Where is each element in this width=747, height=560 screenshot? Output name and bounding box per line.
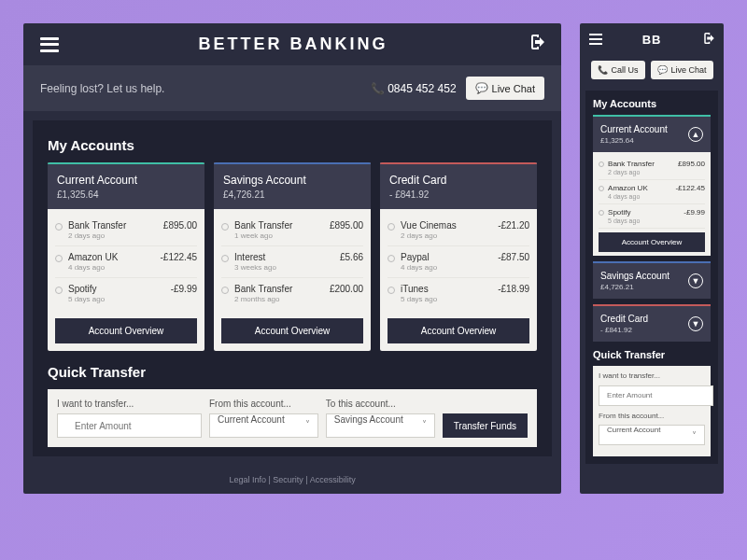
account-card-current: Current Account£1,325.64 ▲ Bank Transfer…	[593, 115, 711, 256]
amount-label: I want to transfer...	[599, 371, 705, 380]
transaction-row: Bank Transfer2 days ago£895.00	[55, 215, 197, 246]
account-name: Current Account	[600, 124, 668, 134]
live-chat-button[interactable]: 💬 Live Chat	[651, 61, 713, 79]
account-balance: £1,325.64	[600, 136, 668, 145]
footer: Legal Info | Security | Accessibility	[23, 466, 561, 494]
transfer-title: Quick Transfer	[593, 349, 711, 360]
transaction-row: Bank Transfer2 days ago£895.00	[599, 156, 705, 180]
collapse-icon[interactable]: ▲	[688, 127, 703, 142]
desktop-view: BETTER BANKING Feeling lost? Let us help…	[23, 23, 561, 494]
account-card-current: Current Account £1,325.64 Bank Transfer2…	[48, 162, 204, 351]
to-label: To this account...	[326, 399, 435, 409]
bullet-icon	[55, 287, 63, 294]
account-card-credit: Credit Card - £841.92 Vue Cinemas2 days …	[380, 162, 537, 351]
from-account-select[interactable]: Current Account	[209, 413, 318, 438]
account-card-savings: Savings Account £4,726.21 Bank Transfer1…	[214, 162, 371, 351]
mobile-view: BB 📞 Call Us 💬 Live Chat My Accounts Cur…	[580, 23, 724, 494]
transfer-title: Quick Transfer	[48, 364, 537, 380]
transaction-row: Amazon UK4 days ago-£122.45	[599, 180, 705, 204]
account-balance: - £841.92	[389, 189, 528, 200]
account-name: Credit Card	[389, 174, 528, 187]
account-balance: £4,726.21	[223, 189, 361, 200]
account-balance: £1,325.64	[57, 189, 195, 200]
transaction-row: Bank Transfer2 months ago£200.00	[221, 278, 363, 309]
help-text: Feeling lost? Let us help.	[40, 82, 371, 95]
amount-input[interactable]	[57, 413, 202, 438]
account-card-savings: Savings Account£4,726.21 ▼	[593, 261, 711, 299]
transaction-row: Bank Transfer1 week ago£895.00	[221, 215, 363, 246]
quick-transfer-panel: I want to transfer... From this account.…	[48, 389, 537, 447]
account-name: Savings Account	[223, 174, 361, 187]
bullet-icon	[55, 255, 63, 262]
amount-input[interactable]	[599, 385, 713, 406]
account-overview-button[interactable]: Account Overview	[55, 318, 197, 343]
app-title-mobile: BB	[642, 33, 662, 47]
logout-icon[interactable]	[528, 35, 544, 54]
bullet-icon	[221, 223, 229, 231]
quick-transfer-panel: I want to transfer... From this account.…	[593, 366, 711, 456]
transaction-row: Spotify5 days ago-£9.99	[55, 278, 197, 309]
menu-icon[interactable]	[40, 37, 59, 52]
accounts-title: My Accounts	[48, 137, 537, 153]
logout-icon[interactable]	[701, 31, 714, 48]
account-overview-button[interactable]: Account Overview	[221, 318, 363, 343]
menu-icon[interactable]	[589, 34, 602, 45]
account-card-credit: Credit Card- £841.92 ▼	[593, 304, 711, 342]
transaction-row: Spotify5 days ago-£9.99	[599, 204, 705, 229]
amount-label: I want to transfer...	[57, 399, 202, 409]
call-us-button[interactable]: 📞 Call Us	[591, 61, 645, 79]
transaction-row: Paypal4 days ago-£87.50	[388, 246, 529, 278]
bullet-icon	[388, 255, 395, 262]
account-balance: - £841.92	[600, 326, 648, 334]
transaction-row: iTunes5 days ago-£18.99	[388, 278, 529, 309]
help-bar: Feeling lost? Let us help. 📞 0845 452 45…	[23, 65, 561, 111]
transaction-row: Interest3 weeks ago£5.66	[221, 246, 363, 278]
expand-icon[interactable]: ▼	[688, 273, 703, 288]
account-overview-button[interactable]: Account Overview	[388, 318, 529, 343]
footer-accessibility[interactable]: Accessibility	[310, 475, 356, 484]
transaction-row: Amazon UK4 days ago-£122.45	[55, 246, 197, 278]
from-label: From this account...	[599, 412, 705, 420]
accounts-title: My Accounts	[593, 98, 711, 109]
footer-security[interactable]: Security	[273, 475, 303, 484]
mobile-header: BB	[580, 23, 724, 55]
account-cards: Current Account £1,325.64 Bank Transfer2…	[48, 162, 537, 351]
to-account-select[interactable]: Savings Account	[326, 413, 435, 438]
account-name: Credit Card	[600, 314, 648, 324]
from-label: From this account...	[209, 399, 318, 409]
header: BETTER BANKING	[23, 23, 561, 65]
account-balance: £4,726.21	[600, 283, 669, 291]
account-name: Current Account	[57, 174, 195, 187]
from-account-select[interactable]: Current Account	[599, 425, 705, 445]
bullet-icon	[221, 287, 229, 294]
transaction-row: Vue Cinemas2 days ago-£21.20	[388, 215, 529, 246]
bullet-icon	[388, 223, 395, 231]
app-title: BETTER BANKING	[199, 35, 388, 54]
transfer-funds-button[interactable]: Transfer Funds	[443, 413, 528, 438]
expand-icon[interactable]: ▼	[688, 316, 703, 331]
footer-legal[interactable]: Legal Info	[229, 475, 266, 484]
live-chat-button[interactable]: 💬 Live Chat	[466, 77, 544, 100]
account-overview-button[interactable]: Account Overview	[599, 232, 705, 252]
bullet-icon	[55, 223, 63, 231]
bullet-icon	[388, 287, 395, 294]
bullet-icon	[221, 255, 229, 262]
account-name: Savings Account	[600, 271, 669, 281]
phone-number: 📞 0845 452 452	[371, 82, 457, 95]
